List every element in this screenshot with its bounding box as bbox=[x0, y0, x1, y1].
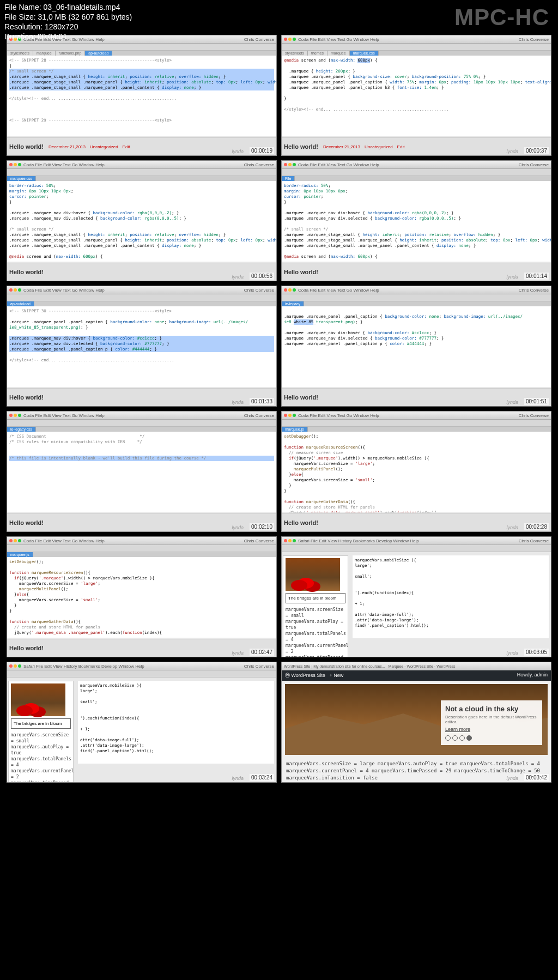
image-caption: The bridges are in bloom bbox=[286, 593, 345, 603]
code-editor[interactable]: border-radius: 50%; margin: 0px 10px 10p… bbox=[282, 181, 551, 262]
frame-2: Coda File Edit View Text Go Window HelpC… bbox=[281, 35, 551, 156]
hero-overlay: Not a cloud in the sky Description goes … bbox=[441, 700, 542, 745]
frame-12: WordPress Site | My demonstration site f… bbox=[281, 662, 551, 783]
toolbar bbox=[7, 44, 276, 51]
frame-1: Coda File Edit View Text Go Window HelpC… bbox=[7, 35, 277, 156]
code-editor[interactable]: .marquee .marquee_panel .panel_caption {… bbox=[282, 306, 551, 387]
frame-10: Safari File Edit View History Bookmarks … bbox=[281, 536, 551, 657]
frame-8: Coda File Edit View Text Go Window HelpC… bbox=[281, 411, 551, 532]
code-editor[interactable]: <!-- SNIPPET 30 ------------------------… bbox=[7, 306, 276, 387]
frame-3: Coda File Edit View Text Go Window HelpC… bbox=[7, 160, 277, 281]
frame-11: Safari File Edit View History Bookmarks … bbox=[7, 662, 277, 783]
debug-vars: marqueeVars.screenSize = small marqueeVa… bbox=[286, 607, 345, 657]
code-editor[interactable]: marqueeVars.mobileSize ){ large'; small'… bbox=[78, 681, 274, 764]
preview-image bbox=[286, 558, 340, 591]
frame-7: Coda File Edit View Text Go Window HelpC… bbox=[7, 411, 277, 532]
meta-filesize: File Size: 31,0 MB (32 607 861 bytes) bbox=[4, 12, 132, 22]
wp-admin-bar[interactable]: ⓦ WordPress Site + New Howdy, admin bbox=[282, 670, 551, 681]
preview-sidebar: The bridges are in bloom marqueeVars.scr… bbox=[283, 555, 348, 657]
hero-description: Description goes here in the default Wor… bbox=[445, 715, 538, 724]
code-editor[interactable]: setDebugger(); function marqueeResourceS… bbox=[282, 432, 551, 512]
code-editor[interactable]: marqueeVars.mobileSize ){ large'; small'… bbox=[353, 555, 549, 638]
wp-howdy[interactable]: Howdy, admin bbox=[517, 672, 548, 679]
wp-logo-icon[interactable]: ⓦ bbox=[285, 673, 290, 678]
preview-sidebar: The bridges are in bloom marqueeVars.scr… bbox=[8, 681, 74, 783]
meta-filename: File Name: 03_06-finaldetails.mp4 bbox=[4, 2, 132, 12]
lynda-watermark: lynda bbox=[232, 149, 244, 154]
code-editor[interactable]: <!-- SNIPPET 28 ------------------------… bbox=[7, 56, 276, 136]
learn-more-link[interactable]: Learn more bbox=[445, 727, 538, 732]
code-editor[interactable]: @media screen and (max-width: 600px) { .… bbox=[282, 56, 551, 136]
mpc-watermark: MPC-HC bbox=[454, 4, 549, 31]
tab-strip: stylesheetsmarqueefunctions.phpap-autolo… bbox=[7, 51, 276, 56]
meta-resolution: Resolution: 1280x720 bbox=[4, 22, 132, 32]
file-metadata: File Name: 03_06-finaldetails.mp4 File S… bbox=[4, 2, 132, 41]
thumbnail-grid: Coda File Edit View Text Go Window HelpC… bbox=[7, 35, 551, 783]
code-editor[interactable]: setDebugger(); function marqueeResourceS… bbox=[7, 557, 276, 638]
frame-6: Coda File Edit View Text Go Window HelpC… bbox=[281, 286, 551, 407]
pager-dots[interactable] bbox=[445, 735, 538, 741]
hero-title: Not a cloud in the sky bbox=[445, 705, 538, 713]
hero-image: Not a cloud in the sky Description goes … bbox=[285, 684, 548, 755]
code-editor[interactable]: border-radius: 50%; margin: 0px 10px 10p… bbox=[7, 181, 276, 262]
frame-5: Coda File Edit View Text Go Window HelpC… bbox=[7, 286, 277, 407]
code-editor[interactable]: /* CSS Document */ /* CSS rules for mini… bbox=[7, 432, 276, 512]
timestamp: 00:00:19 bbox=[250, 147, 274, 154]
frame-4: Coda File Edit View Text Go Window HelpC… bbox=[281, 160, 551, 281]
meta-duration: Duration: 00:04:01 bbox=[4, 32, 132, 41]
frame-9: Coda File Edit View Text Go Window HelpC… bbox=[7, 536, 277, 657]
